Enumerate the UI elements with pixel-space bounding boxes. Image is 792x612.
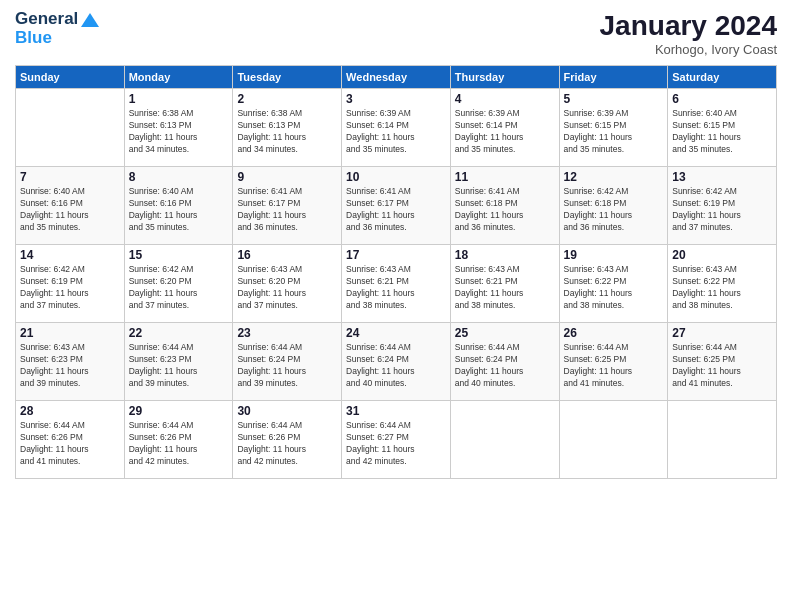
calendar-table: SundayMondayTuesdayWednesdayThursdayFrid…	[15, 65, 777, 479]
day-info: Sunrise: 6:42 AMSunset: 6:18 PMDaylight:…	[564, 186, 664, 234]
weekday-header-friday: Friday	[559, 66, 668, 89]
day-info: Sunrise: 6:40 AMSunset: 6:15 PMDaylight:…	[672, 108, 772, 156]
weekday-header-thursday: Thursday	[450, 66, 559, 89]
day-number: 18	[455, 248, 555, 262]
calendar-cell: 6Sunrise: 6:40 AMSunset: 6:15 PMDaylight…	[668, 89, 777, 167]
calendar-cell: 24Sunrise: 6:44 AMSunset: 6:24 PMDayligh…	[342, 323, 451, 401]
day-info: Sunrise: 6:44 AMSunset: 6:23 PMDaylight:…	[129, 342, 229, 390]
day-number: 11	[455, 170, 555, 184]
day-info: Sunrise: 6:44 AMSunset: 6:24 PMDaylight:…	[346, 342, 446, 390]
calendar-cell: 27Sunrise: 6:44 AMSunset: 6:25 PMDayligh…	[668, 323, 777, 401]
day-number: 7	[20, 170, 120, 184]
day-number: 20	[672, 248, 772, 262]
day-number: 9	[237, 170, 337, 184]
day-info: Sunrise: 6:42 AMSunset: 6:20 PMDaylight:…	[129, 264, 229, 312]
calendar-cell: 20Sunrise: 6:43 AMSunset: 6:22 PMDayligh…	[668, 245, 777, 323]
calendar-cell: 12Sunrise: 6:42 AMSunset: 6:18 PMDayligh…	[559, 167, 668, 245]
day-number: 26	[564, 326, 664, 340]
logo-text: General	[15, 10, 100, 29]
weekday-header-saturday: Saturday	[668, 66, 777, 89]
day-info: Sunrise: 6:41 AMSunset: 6:17 PMDaylight:…	[346, 186, 446, 234]
calendar-cell: 19Sunrise: 6:43 AMSunset: 6:22 PMDayligh…	[559, 245, 668, 323]
calendar-cell	[450, 401, 559, 479]
day-number: 29	[129, 404, 229, 418]
day-info: Sunrise: 6:44 AMSunset: 6:25 PMDaylight:…	[564, 342, 664, 390]
week-row-2: 7Sunrise: 6:40 AMSunset: 6:16 PMDaylight…	[16, 167, 777, 245]
day-number: 2	[237, 92, 337, 106]
day-info: Sunrise: 6:40 AMSunset: 6:16 PMDaylight:…	[20, 186, 120, 234]
calendar-cell: 9Sunrise: 6:41 AMSunset: 6:17 PMDaylight…	[233, 167, 342, 245]
calendar-cell: 1Sunrise: 6:38 AMSunset: 6:13 PMDaylight…	[124, 89, 233, 167]
day-number: 19	[564, 248, 664, 262]
weekday-header-tuesday: Tuesday	[233, 66, 342, 89]
day-number: 13	[672, 170, 772, 184]
calendar-cell: 7Sunrise: 6:40 AMSunset: 6:16 PMDaylight…	[16, 167, 125, 245]
day-info: Sunrise: 6:43 AMSunset: 6:21 PMDaylight:…	[455, 264, 555, 312]
day-info: Sunrise: 6:39 AMSunset: 6:14 PMDaylight:…	[455, 108, 555, 156]
calendar-cell: 23Sunrise: 6:44 AMSunset: 6:24 PMDayligh…	[233, 323, 342, 401]
day-number: 12	[564, 170, 664, 184]
page: General Blue January 2024 Korhogo, Ivory…	[0, 0, 792, 612]
day-info: Sunrise: 6:39 AMSunset: 6:15 PMDaylight:…	[564, 108, 664, 156]
week-row-5: 28Sunrise: 6:44 AMSunset: 6:26 PMDayligh…	[16, 401, 777, 479]
day-number: 6	[672, 92, 772, 106]
day-number: 24	[346, 326, 446, 340]
day-number: 14	[20, 248, 120, 262]
day-info: Sunrise: 6:42 AMSunset: 6:19 PMDaylight:…	[20, 264, 120, 312]
day-info: Sunrise: 6:44 AMSunset: 6:26 PMDaylight:…	[129, 420, 229, 468]
day-info: Sunrise: 6:40 AMSunset: 6:16 PMDaylight:…	[129, 186, 229, 234]
day-number: 10	[346, 170, 446, 184]
logo: General Blue	[15, 10, 100, 47]
day-number: 16	[237, 248, 337, 262]
calendar-cell: 14Sunrise: 6:42 AMSunset: 6:19 PMDayligh…	[16, 245, 125, 323]
calendar-cell	[559, 401, 668, 479]
day-info: Sunrise: 6:44 AMSunset: 6:27 PMDaylight:…	[346, 420, 446, 468]
logo-icon	[80, 11, 100, 29]
week-row-1: 1Sunrise: 6:38 AMSunset: 6:13 PMDaylight…	[16, 89, 777, 167]
day-info: Sunrise: 6:43 AMSunset: 6:21 PMDaylight:…	[346, 264, 446, 312]
day-info: Sunrise: 6:44 AMSunset: 6:25 PMDaylight:…	[672, 342, 772, 390]
day-info: Sunrise: 6:43 AMSunset: 6:22 PMDaylight:…	[672, 264, 772, 312]
day-number: 31	[346, 404, 446, 418]
week-row-4: 21Sunrise: 6:43 AMSunset: 6:23 PMDayligh…	[16, 323, 777, 401]
day-number: 27	[672, 326, 772, 340]
main-title: January 2024	[600, 10, 777, 42]
calendar-cell: 5Sunrise: 6:39 AMSunset: 6:15 PMDaylight…	[559, 89, 668, 167]
day-number: 28	[20, 404, 120, 418]
day-number: 21	[20, 326, 120, 340]
calendar-cell: 2Sunrise: 6:38 AMSunset: 6:13 PMDaylight…	[233, 89, 342, 167]
header-row: SundayMondayTuesdayWednesdayThursdayFrid…	[16, 66, 777, 89]
day-number: 22	[129, 326, 229, 340]
calendar-cell: 28Sunrise: 6:44 AMSunset: 6:26 PMDayligh…	[16, 401, 125, 479]
day-number: 4	[455, 92, 555, 106]
title-block: January 2024 Korhogo, Ivory Coast	[600, 10, 777, 57]
weekday-header-wednesday: Wednesday	[342, 66, 451, 89]
calendar-cell: 16Sunrise: 6:43 AMSunset: 6:20 PMDayligh…	[233, 245, 342, 323]
calendar-cell: 8Sunrise: 6:40 AMSunset: 6:16 PMDaylight…	[124, 167, 233, 245]
calendar-cell: 31Sunrise: 6:44 AMSunset: 6:27 PMDayligh…	[342, 401, 451, 479]
calendar-cell: 18Sunrise: 6:43 AMSunset: 6:21 PMDayligh…	[450, 245, 559, 323]
day-info: Sunrise: 6:38 AMSunset: 6:13 PMDaylight:…	[237, 108, 337, 156]
weekday-header-monday: Monday	[124, 66, 233, 89]
calendar-cell: 22Sunrise: 6:44 AMSunset: 6:23 PMDayligh…	[124, 323, 233, 401]
calendar-cell: 3Sunrise: 6:39 AMSunset: 6:14 PMDaylight…	[342, 89, 451, 167]
day-number: 3	[346, 92, 446, 106]
day-info: Sunrise: 6:38 AMSunset: 6:13 PMDaylight:…	[129, 108, 229, 156]
day-info: Sunrise: 6:41 AMSunset: 6:17 PMDaylight:…	[237, 186, 337, 234]
calendar-cell: 25Sunrise: 6:44 AMSunset: 6:24 PMDayligh…	[450, 323, 559, 401]
calendar-cell: 17Sunrise: 6:43 AMSunset: 6:21 PMDayligh…	[342, 245, 451, 323]
subtitle: Korhogo, Ivory Coast	[600, 42, 777, 57]
calendar-cell: 4Sunrise: 6:39 AMSunset: 6:14 PMDaylight…	[450, 89, 559, 167]
day-info: Sunrise: 6:44 AMSunset: 6:26 PMDaylight:…	[237, 420, 337, 468]
calendar-cell: 11Sunrise: 6:41 AMSunset: 6:18 PMDayligh…	[450, 167, 559, 245]
day-info: Sunrise: 6:43 AMSunset: 6:22 PMDaylight:…	[564, 264, 664, 312]
day-number: 5	[564, 92, 664, 106]
calendar-cell	[16, 89, 125, 167]
day-info: Sunrise: 6:39 AMSunset: 6:14 PMDaylight:…	[346, 108, 446, 156]
day-info: Sunrise: 6:44 AMSunset: 6:24 PMDaylight:…	[237, 342, 337, 390]
header: General Blue January 2024 Korhogo, Ivory…	[15, 10, 777, 57]
day-number: 8	[129, 170, 229, 184]
day-info: Sunrise: 6:42 AMSunset: 6:19 PMDaylight:…	[672, 186, 772, 234]
day-info: Sunrise: 6:44 AMSunset: 6:26 PMDaylight:…	[20, 420, 120, 468]
day-number: 17	[346, 248, 446, 262]
